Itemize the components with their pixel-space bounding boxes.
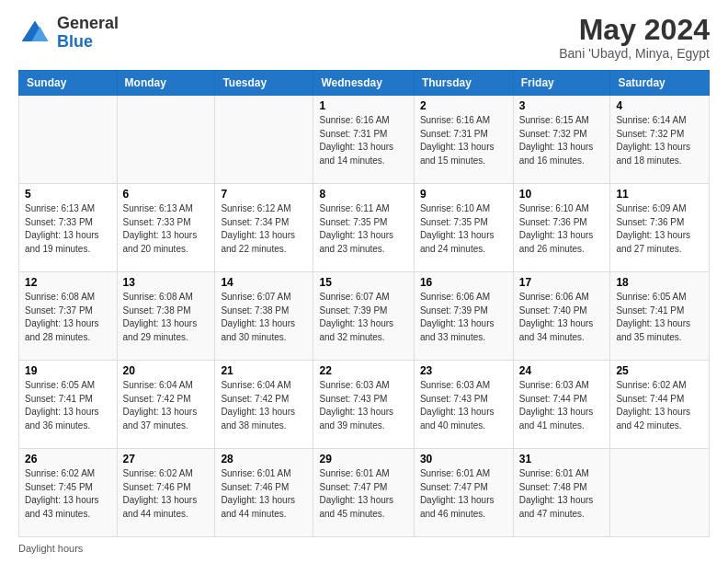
day-number: 15 [319,276,407,289]
calendar-cell: 3Sunrise: 6:15 AM Sunset: 7:32 PM Daylig… [513,96,610,184]
day-info: Sunrise: 6:07 AM Sunset: 7:39 PM Dayligh… [319,291,407,344]
day-info: Sunrise: 6:09 AM Sunset: 7:36 PM Dayligh… [616,202,703,256]
calendar-header-row: SundayMondayTuesdayWednesdayThursdayFrid… [19,71,710,96]
day-info: Sunrise: 6:12 AM Sunset: 7:34 PM Dayligh… [221,202,307,256]
day-number: 5 [25,188,111,201]
day-header-sunday: Sunday [19,71,118,96]
day-info: Sunrise: 6:07 AM Sunset: 7:38 PM Dayligh… [221,291,307,344]
day-info: Sunrise: 6:13 AM Sunset: 7:33 PM Dayligh… [25,202,111,256]
calendar-cell: 10Sunrise: 6:10 AM Sunset: 7:36 PM Dayli… [513,184,610,272]
calendar-cell: 18Sunrise: 6:05 AM Sunset: 7:41 PM Dayli… [610,272,710,361]
logo-icon [18,17,51,50]
calendar-cell: 30Sunrise: 6:01 AM Sunset: 7:47 PM Dayli… [414,449,513,537]
day-info: Sunrise: 6:04 AM Sunset: 7:42 PM Dayligh… [123,379,210,432]
calendar-cell: 17Sunrise: 6:06 AM Sunset: 7:40 PM Dayli… [513,272,610,361]
day-number: 2 [420,99,507,112]
day-info: Sunrise: 6:14 AM Sunset: 7:32 PM Dayligh… [616,114,703,167]
logo-text: General Blue [57,15,119,52]
day-info: Sunrise: 6:08 AM Sunset: 7:38 PM Dayligh… [123,291,210,344]
day-number: 9 [420,188,507,201]
calendar-cell: 8Sunrise: 6:11 AM Sunset: 7:35 PM Daylig… [313,184,414,272]
day-number: 10 [519,188,605,201]
day-info: Sunrise: 6:13 AM Sunset: 7:33 PM Dayligh… [123,202,210,256]
calendar-cell: 4Sunrise: 6:14 AM Sunset: 7:32 PM Daylig… [610,96,710,184]
day-info: Sunrise: 6:16 AM Sunset: 7:31 PM Dayligh… [420,114,507,167]
calendar-cell: 20Sunrise: 6:04 AM Sunset: 7:42 PM Dayli… [117,361,215,449]
calendar-cell [215,96,313,184]
day-number: 11 [616,188,703,201]
day-info: Sunrise: 6:03 AM Sunset: 7:44 PM Dayligh… [519,379,605,432]
day-number: 26 [25,453,111,465]
day-header-tuesday: Tuesday [215,71,313,96]
day-number: 30 [420,453,507,465]
calendar-cell: 1Sunrise: 6:16 AM Sunset: 7:31 PM Daylig… [313,96,414,184]
calendar-cell: 16Sunrise: 6:06 AM Sunset: 7:39 PM Dayli… [414,272,513,361]
calendar-cell: 26Sunrise: 6:02 AM Sunset: 7:45 PM Dayli… [19,449,118,537]
day-info: Sunrise: 6:01 AM Sunset: 7:47 PM Dayligh… [420,467,507,521]
day-number: 3 [519,99,605,112]
calendar-cell: 9Sunrise: 6:10 AM Sunset: 7:35 PM Daylig… [414,184,513,272]
day-info: Sunrise: 6:02 AM Sunset: 7:46 PM Dayligh… [123,467,210,521]
calendar-cell: 14Sunrise: 6:07 AM Sunset: 7:38 PM Dayli… [215,272,313,361]
day-number: 19 [25,364,111,377]
month-title: May 2024 [559,15,710,44]
day-info: Sunrise: 6:11 AM Sunset: 7:35 PM Dayligh… [319,202,407,256]
calendar-cell: 19Sunrise: 6:05 AM Sunset: 7:41 PM Dayli… [19,361,118,449]
day-info: Sunrise: 6:03 AM Sunset: 7:43 PM Dayligh… [420,379,507,432]
day-number: 21 [221,364,307,377]
calendar-cell [19,96,118,184]
day-info: Sunrise: 6:02 AM Sunset: 7:45 PM Dayligh… [25,467,111,521]
calendar-cell: 13Sunrise: 6:08 AM Sunset: 7:38 PM Dayli… [117,272,215,361]
day-number: 6 [123,188,210,201]
calendar-cell: 27Sunrise: 6:02 AM Sunset: 7:46 PM Dayli… [117,449,215,537]
day-info: Sunrise: 6:01 AM Sunset: 7:48 PM Dayligh… [519,467,605,521]
day-info: Sunrise: 6:10 AM Sunset: 7:36 PM Dayligh… [519,202,605,256]
calendar-cell: 15Sunrise: 6:07 AM Sunset: 7:39 PM Dayli… [313,272,414,361]
calendar-week-5: 26Sunrise: 6:02 AM Sunset: 7:45 PM Dayli… [19,449,710,537]
calendar-cell: 11Sunrise: 6:09 AM Sunset: 7:36 PM Dayli… [610,184,710,272]
day-info: Sunrise: 6:01 AM Sunset: 7:47 PM Dayligh… [319,467,407,521]
day-number: 29 [319,453,407,465]
day-header-saturday: Saturday [610,71,710,96]
calendar-cell: 12Sunrise: 6:08 AM Sunset: 7:37 PM Dayli… [19,272,118,361]
footer: Daylight hours [18,543,710,554]
calendar-cell: 6Sunrise: 6:13 AM Sunset: 7:33 PM Daylig… [117,184,215,272]
day-info: Sunrise: 6:06 AM Sunset: 7:39 PM Dayligh… [420,291,507,344]
calendar-cell: 5Sunrise: 6:13 AM Sunset: 7:33 PM Daylig… [19,184,118,272]
day-header-friday: Friday [513,71,610,96]
day-number: 7 [221,188,307,201]
calendar-cell: 24Sunrise: 6:03 AM Sunset: 7:44 PM Dayli… [513,361,610,449]
day-number: 1 [319,99,407,112]
day-info: Sunrise: 6:15 AM Sunset: 7:32 PM Dayligh… [519,114,605,167]
calendar-cell [117,96,215,184]
header-right: May 2024 Bani 'Ubayd, Minya, Egypt [559,15,710,61]
day-info: Sunrise: 6:01 AM Sunset: 7:46 PM Dayligh… [221,467,307,521]
day-info: Sunrise: 6:05 AM Sunset: 7:41 PM Dayligh… [25,379,111,432]
calendar-week-1: 1Sunrise: 6:16 AM Sunset: 7:31 PM Daylig… [19,96,710,184]
day-header-monday: Monday [117,71,215,96]
day-number: 31 [519,453,605,465]
day-number: 24 [519,364,605,377]
day-number: 12 [25,276,111,289]
calendar-week-3: 12Sunrise: 6:08 AM Sunset: 7:37 PM Dayli… [19,272,710,361]
calendar-week-4: 19Sunrise: 6:05 AM Sunset: 7:41 PM Dayli… [19,361,710,449]
header: General Blue May 2024 Bani 'Ubayd, Minya… [18,15,710,61]
calendar-cell: 31Sunrise: 6:01 AM Sunset: 7:48 PM Dayli… [513,449,610,537]
day-number: 23 [420,364,507,377]
day-number: 22 [319,364,407,377]
day-number: 17 [519,276,605,289]
calendar-cell: 23Sunrise: 6:03 AM Sunset: 7:43 PM Dayli… [414,361,513,449]
day-info: Sunrise: 6:08 AM Sunset: 7:37 PM Dayligh… [25,291,111,344]
day-number: 8 [319,188,407,201]
day-number: 25 [616,364,703,377]
calendar-cell [610,449,710,537]
day-number: 27 [123,453,210,465]
day-number: 20 [123,364,210,377]
day-header-thursday: Thursday [414,71,513,96]
logo: General Blue [18,15,119,52]
day-info: Sunrise: 6:04 AM Sunset: 7:42 PM Dayligh… [221,379,307,432]
calendar-cell: 7Sunrise: 6:12 AM Sunset: 7:34 PM Daylig… [215,184,313,272]
calendar-cell: 2Sunrise: 6:16 AM Sunset: 7:31 PM Daylig… [414,96,513,184]
logo-blue-text: Blue [57,32,93,51]
daylight-label: Daylight hours [18,543,83,554]
